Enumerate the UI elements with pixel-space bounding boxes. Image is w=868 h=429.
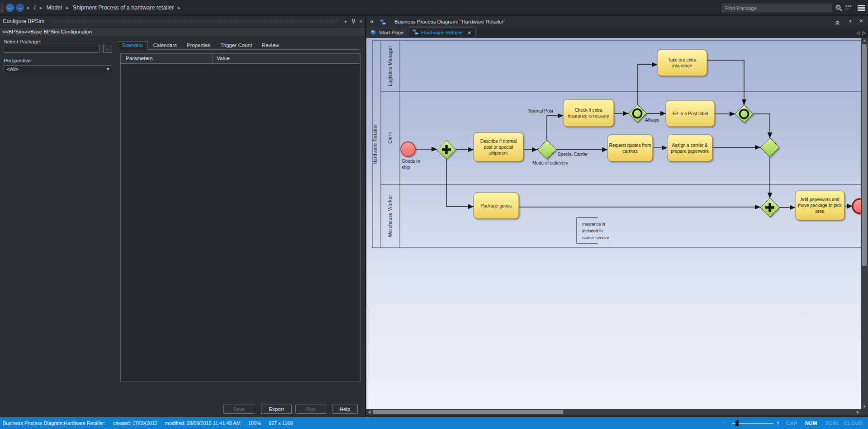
- configure-bpsim-panel: Configure BPSim ▾ × <<BPSim>>Base BPSim …: [0, 16, 365, 417]
- task-label: Check if extra: [574, 108, 602, 113]
- search-icon[interactable]: [835, 4, 843, 14]
- diagram-panel: « Business Process Diagram: "Hardware Re…: [366, 16, 868, 417]
- status-text: Business Process Diagram:Hardware Retail…: [3, 417, 299, 429]
- breadcrumb-separator-icon: ▶: [27, 6, 30, 10]
- task-label: Take out extra: [668, 57, 697, 62]
- task-add-paperwork[interactable]: Add paperwork andmove package to pickare…: [795, 191, 844, 220]
- export-button[interactable]: Export: [261, 405, 292, 414]
- zoom-out-button[interactable]: −: [723, 417, 726, 429]
- chevron-down-icon: ▼: [106, 66, 110, 73]
- chevron-down-icon[interactable]: ▼: [849, 19, 852, 24]
- task-label: post or special: [484, 145, 513, 150]
- tab-calendars[interactable]: Calendars: [148, 42, 181, 49]
- column-header-parameters: Parameters: [121, 54, 213, 63]
- lbl-goods-to-ship: ship: [402, 165, 410, 170]
- tab-scroll-right-icon[interactable]: ▷: [862, 30, 866, 35]
- task-label: Add paperwork and: [800, 197, 840, 202]
- scrollbar-corner: [861, 409, 868, 415]
- close-icon[interactable]: ×: [358, 18, 364, 24]
- scroll-up-icon[interactable]: ▲: [861, 38, 868, 42]
- vertical-scrollbar[interactable]: ▲ ▼: [861, 38, 868, 409]
- hamburger-menu-icon[interactable]: [858, 5, 865, 12]
- e-split-package[interactable]: [446, 159, 474, 207]
- double-chevron-up-icon[interactable]: [835, 19, 840, 27]
- nav-back-button[interactable]: ←: [6, 4, 14, 12]
- text-annotation[interactable]: Insurance isincluded incarrier service: [577, 217, 609, 244]
- perspective-label: Perspective:: [4, 58, 32, 63]
- tab-scenario[interactable]: Scenario: [117, 41, 148, 50]
- zoom-in-button[interactable]: +: [776, 417, 780, 429]
- lane-label-clerk[interactable]: Clerk: [388, 132, 393, 144]
- tab-trigger-count[interactable]: Trigger Count: [215, 42, 257, 49]
- e-mode-check[interactable]: [547, 116, 563, 140]
- zoom-slider-thumb[interactable]: [735, 420, 739, 426]
- help-button[interactable]: Help: [332, 405, 358, 414]
- table-body[interactable]: [121, 64, 360, 382]
- task-label: shipment: [489, 151, 508, 156]
- bpmn-diagram[interactable]: Hardware RetailerLogistics ManagerClerkW…: [366, 38, 861, 409]
- nav-forward-button[interactable]: →: [16, 4, 24, 12]
- gateway-gw-mode-of-delivery[interactable]: [537, 140, 556, 159]
- scroll-down-icon[interactable]: ▼: [861, 405, 868, 409]
- panel-menu-icon[interactable]: ▾: [342, 18, 349, 24]
- tab-scroll-left-icon[interactable]: ◁: [857, 30, 860, 35]
- lane-label-logistics-manager[interactable]: Logistics Manager: [388, 46, 393, 86]
- task-describe-shipment[interactable]: Describe if normalpost or specialshipmen…: [474, 132, 523, 161]
- tab-properties[interactable]: Properties: [182, 42, 215, 49]
- gateway-gw-inclusive-1[interactable]: [628, 104, 646, 123]
- breadcrumb-item[interactable]: /: [34, 5, 35, 11]
- status-created: created: 17/09/2015: [113, 420, 159, 426]
- tab-label: Start Page: [379, 30, 403, 35]
- breadcrumb-item[interactable]: Shipment Process of a hardware retailer: [73, 5, 174, 11]
- bpsim-tabs: ScenarioCalendarsPropertiesTrigger Count…: [117, 41, 361, 50]
- e-takeout-inclusive2[interactable]: [707, 60, 744, 105]
- e-inclusive2-merge[interactable]: [753, 114, 770, 138]
- diagram-icon: [413, 29, 418, 36]
- e-inclusive1-takeout[interactable]: [637, 65, 657, 104]
- breadcrumb-item[interactable]: Model: [47, 5, 62, 11]
- breadcrumb-separator-icon: ▶: [66, 6, 69, 10]
- task-assign-carrier[interactable]: Assign a carrier &prepare paperwork: [667, 135, 712, 161]
- scroll-left-icon[interactable]: ◀: [368, 409, 370, 415]
- gateway-gw-parallel-split[interactable]: [437, 140, 456, 159]
- lane-label-warehouse-worker[interactable]: Warehouse Worker: [388, 195, 393, 237]
- gateway-gw-inclusive-2[interactable]: [735, 105, 753, 123]
- horizontal-scroll-thumb[interactable]: [373, 410, 563, 414]
- tab-label: Hardware Retailer: [421, 30, 463, 35]
- close-tab-icon[interactable]: ×: [468, 29, 471, 36]
- task-request-quotes[interactable]: Request quotes fromcarriers: [607, 135, 653, 161]
- lbl-goods-to-ship: Goods to: [402, 159, 420, 164]
- close-icon[interactable]: ×: [859, 17, 863, 24]
- stereotype-bar: <<BPSim>>Base BPSim Configuration: [0, 27, 365, 36]
- task-label: insurance: [672, 63, 692, 68]
- gateway-gw-parallel-join[interactable]: [760, 198, 779, 217]
- grid-options-icon[interactable]: [845, 5, 852, 13]
- status-size: 827 x 1169: [269, 420, 293, 426]
- event-start-goods-to-ship[interactable]: [401, 142, 415, 156]
- breadcrumb-separator-icon: ▶: [178, 6, 180, 10]
- diagram-canvas[interactable]: Hardware RetailerLogistics ManagerClerkW…: [366, 38, 861, 409]
- scroll-right-icon[interactable]: ▶: [857, 409, 859, 415]
- parameters-table: Parameters Value: [120, 53, 360, 382]
- select-package-label: Select Package:: [4, 39, 41, 44]
- horizontal-scrollbar[interactable]: ◀ ▶: [366, 409, 861, 415]
- find-package-input[interactable]: [722, 4, 832, 12]
- perspective-dropdown[interactable]: <All> ▼: [4, 65, 112, 73]
- pin-icon[interactable]: [350, 18, 356, 24]
- status-modified: modified: 28/09/2015 11:41:48 AM: [165, 420, 242, 426]
- vertical-scroll-thumb[interactable]: [862, 44, 867, 266]
- task-take-out-insurance[interactable]: Take out extrainsurance: [657, 50, 707, 76]
- task-check-insurance[interactable]: Check if extrainsurance is nessary: [563, 99, 614, 127]
- collapse-left-icon[interactable]: «: [370, 18, 374, 25]
- toolbar-grip[interactable]: [1, 3, 4, 13]
- task-package-goods[interactable]: Package goods: [474, 193, 519, 219]
- browse-button[interactable]: ...: [103, 45, 112, 53]
- task-fill-post-label[interactable]: Fill in a Post label: [666, 100, 715, 127]
- gateway-gw-merge[interactable]: [760, 138, 779, 157]
- event-end-event[interactable]: [853, 199, 861, 213]
- tab-hardware-retailer[interactable]: Hardware Retailer×: [408, 27, 475, 38]
- select-package-input[interactable]: [4, 45, 100, 53]
- status-bar: Business Process Diagram:Hardware Retail…: [0, 417, 868, 429]
- tab-review[interactable]: Review: [257, 42, 284, 49]
- tab-start-page[interactable]: Start Page: [366, 27, 408, 38]
